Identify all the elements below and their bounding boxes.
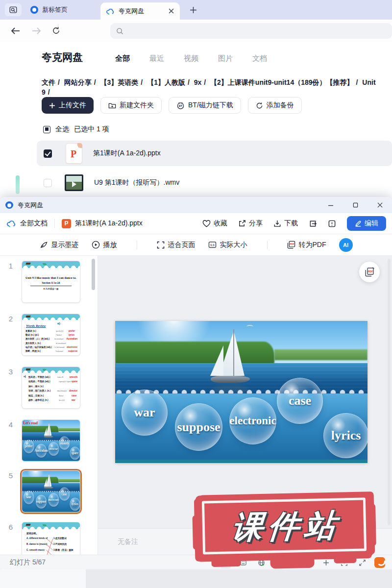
ppt-badge: P <box>62 219 71 228</box>
slide-thumb-5-selected[interactable]: war suppose electronic case lyrics <box>22 470 80 513</box>
refresh-icon[interactable] <box>52 26 60 35</box>
open-file-name: 第1课时(A 1a-2d).pptx <box>75 219 143 228</box>
crumb-item[interactable]: 网站分享 <box>64 78 92 86</box>
svg-text:1:1: 1:1 <box>210 243 215 246</box>
share-button[interactable]: 分享 <box>238 219 263 228</box>
slide-thumb-1[interactable]: Unit 9 I like music that I can dance to.… <box>22 261 80 303</box>
crumb-item[interactable]: 【1】人教版 <box>147 78 185 86</box>
favorite-button[interactable]: 收藏 <box>202 219 227 228</box>
cloud-banner <box>22 261 80 268</box>
bubble-word: suppose <box>36 495 47 509</box>
file-checkbox-unchecked[interactable] <box>44 179 52 187</box>
current-slide-canvas[interactable]: war suppose electronic case lyrics <box>115 321 368 463</box>
ink-pen-icon <box>40 241 48 249</box>
show-ink-button[interactable]: 显示墨迹 <box>40 241 79 249</box>
pdf-convert-icon: PDF <box>287 241 295 249</box>
grad-cap-icon <box>25 368 30 370</box>
slide-thumb-6[interactable]: 短语连线。 A. different kinds of B. dance to … <box>22 522 80 555</box>
open-in-app-button[interactable] <box>309 220 317 228</box>
zoom-in-icon[interactable] <box>320 557 332 568</box>
sailboat <box>44 474 53 493</box>
bubble-word-war: war <box>122 390 168 436</box>
tab-image[interactable]: 图片 <box>218 54 233 63</box>
play-button[interactable]: 播放 <box>92 241 117 249</box>
transfer-icon <box>309 220 317 228</box>
scene-trees-right <box>274 349 368 360</box>
tab-all[interactable]: 全部 <box>115 54 130 63</box>
floating-pdf-convert-button[interactable]: PDF <box>359 262 380 282</box>
bt-magnet-download-button[interactable]: BT BT/磁力链下载 <box>169 97 241 114</box>
actual-size-button[interactable]: 1:1 实际大小 <box>208 241 247 249</box>
page-bottom-strip <box>0 569 86 588</box>
bubble-word: war <box>24 491 34 504</box>
new-folder-button[interactable]: 新建文件夹 <box>100 97 162 114</box>
sailboat <box>44 423 53 442</box>
slide-thumb-2[interactable]: Words Review 更喜欢 (v.)/prɪ'fɜː(r)/prefer … <box>22 314 80 356</box>
tab-recent[interactable]: 最近 <box>149 54 164 63</box>
leaf-icon <box>43 369 47 371</box>
slide-thumbnail-panel: 1 Unit 9 I like music that I can dance t… <box>0 256 98 555</box>
crumb-item[interactable]: 【2】上课课件unit9-unit14（189份）【推荐】 <box>210 78 353 86</box>
fit-page-icon <box>157 241 165 249</box>
browser-tab-quark-drive[interactable]: 夸克网盘 <box>100 2 180 20</box>
fullscreen-icon[interactable] <box>356 557 368 568</box>
browser-nav-bar <box>0 20 392 42</box>
slide-thumb-4[interactable]: Let's read prefer Australian director sm… <box>22 419 80 462</box>
convert-to-pdf-button[interactable]: PDF 转为PDF <box>287 241 326 249</box>
feedback-icon <box>328 220 336 228</box>
new-tab-button[interactable] <box>187 4 199 16</box>
preview-scrollbar[interactable] <box>388 259 391 525</box>
bubble-word-electronic: electronic <box>229 397 276 444</box>
close-button[interactable] <box>368 197 392 213</box>
slide-number: 2 <box>0 314 22 356</box>
crumb-item[interactable]: 【3】英语类 <box>100 78 139 86</box>
edit-button[interactable]: 编辑 <box>347 216 386 231</box>
minimize-button[interactable] <box>318 197 343 213</box>
tab-video[interactable]: 视频 <box>184 54 198 63</box>
hull <box>211 376 250 383</box>
bubble-word: spare <box>70 446 80 460</box>
pdf-pages-icon: PDF <box>364 267 375 277</box>
svg-text:PDF: PDF <box>290 243 294 245</box>
crumb-item[interactable]: 文件 <box>42 78 55 86</box>
address-search-bar[interactable] <box>110 23 392 39</box>
select-all-checkbox[interactable] <box>43 126 50 133</box>
slide-number: 4 <box>0 419 22 462</box>
search-icon <box>116 27 123 35</box>
feedback-button[interactable] <box>328 220 336 228</box>
slide-footer-strip <box>115 460 368 463</box>
ai-assistant-button[interactable]: AI <box>339 238 353 252</box>
maximize-button[interactable] <box>343 197 368 213</box>
add-backup-button[interactable]: 添加备份 <box>248 97 302 114</box>
stamp-text: 课件站 <box>193 492 375 561</box>
jib-sail <box>210 345 223 376</box>
download-button[interactable]: 下载 <box>273 219 298 228</box>
file-row-pptx[interactable]: P 第1课时(A 1a-2d).pptx <box>37 141 392 166</box>
file-row-wmv[interactable]: U9 第1课时（报听写）.wmv <box>37 171 392 195</box>
document-header: 全部文档 P 第1课时(A 1a-2d).pptx 收藏 分享 下载 <box>0 213 392 234</box>
notes-placeholder: 无备注 <box>118 538 138 546</box>
slide-number: 6 <box>0 522 22 555</box>
browser-tab-newtab[interactable]: 新标签页 <box>24 2 74 18</box>
slide-number: 5 <box>0 470 22 513</box>
quark-cloud-icon[interactable] <box>7 220 16 227</box>
lets-read-label: Let's read <box>23 420 37 425</box>
window-title: 夸克网盘 <box>18 201 43 210</box>
fit-page-button[interactable]: 适合页面 <box>157 241 196 249</box>
quark-mini-app-icon[interactable] <box>374 557 385 568</box>
tab-doc[interactable]: 文档 <box>252 54 267 63</box>
play-circle-icon <box>92 241 100 249</box>
all-docs-link[interactable]: 全部文档 <box>20 219 48 228</box>
back-icon[interactable] <box>11 27 21 35</box>
cloud-banner <box>22 367 80 373</box>
slide-thumb-3[interactable]: 悦耳的；平滑的 (adj.)/smuːð/smooth 空闲的；不用的 (adj… <box>22 367 80 409</box>
quark-browser-icon <box>30 6 38 14</box>
forward-icon[interactable] <box>31 27 41 35</box>
video-file-thumbnail <box>65 174 83 191</box>
workspace-search-icon[interactable] <box>5 3 22 16</box>
tab-label: 新标签页 <box>42 5 68 14</box>
file-checkbox-checked[interactable] <box>44 149 52 158</box>
tab-close-icon[interactable] <box>169 8 174 14</box>
crumb-item[interactable]: 9x <box>194 78 202 86</box>
upload-file-button[interactable]: 上传文件 <box>42 97 94 114</box>
